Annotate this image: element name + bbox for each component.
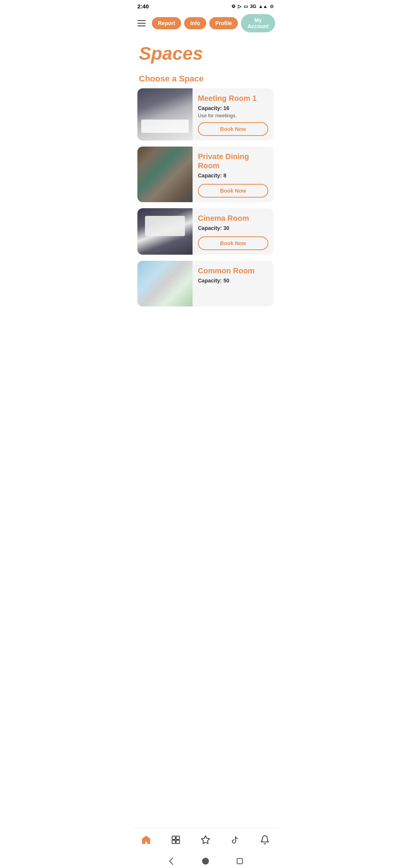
bottom-nav-home[interactable]	[136, 833, 156, 847]
book-now-button-1[interactable]: Book Now	[198, 122, 268, 136]
section-heading: Choose a Space	[131, 68, 280, 88]
status-bar: 2:40 ⚙ ▷ ▭ 3G ▲▲ ⊙	[131, 0, 280, 11]
space-capacity-2: Capacity: 8	[198, 172, 268, 179]
space-capacity-4: Capacity: 50	[198, 278, 268, 284]
space-image-private-dining-room	[137, 147, 193, 202]
spaces-list: Meeting Room 1 Capacity: 16 Use for meet…	[131, 88, 280, 828]
space-card-meeting-room-1: Meeting Room 1 Capacity: 16 Use for meet…	[137, 88, 274, 140]
bottom-nav-tiktok[interactable]	[225, 833, 245, 847]
space-card-content-4: Common Room Capacity: 50	[193, 261, 274, 306]
book-now-button-2[interactable]: Book Now	[198, 184, 268, 198]
bottom-nav-favorites[interactable]	[196, 833, 215, 847]
info-nav-button[interactable]: Info	[184, 17, 206, 29]
page-title: Spaces	[139, 43, 272, 64]
hamburger-line-1	[137, 20, 146, 21]
status-icons: ⚙ ▷ ▭ 3G ▲▲ ⊙	[231, 4, 274, 9]
svg-rect-3	[176, 840, 180, 844]
hamburger-line-2	[137, 23, 146, 24]
bell-icon	[260, 834, 270, 845]
space-card-common-room: Common Room Capacity: 50	[137, 261, 274, 306]
space-image-cinema-room	[137, 208, 193, 255]
space-image-common-room	[137, 261, 193, 306]
signal-icon: ▲▲	[258, 4, 268, 9]
report-nav-button[interactable]: Report	[152, 17, 181, 29]
bottom-nav-notifications[interactable]	[255, 833, 275, 847]
space-card-private-dining-room: Private Dining Room Capacity: 8 Book Now	[137, 147, 274, 202]
svg-rect-0	[172, 836, 175, 839]
status-time: 2:40	[137, 3, 149, 10]
space-image-meeting-room-1	[137, 88, 193, 140]
space-card-content-1: Meeting Room 1 Capacity: 16 Use for meet…	[193, 88, 274, 140]
space-card-content-3: Cinema Room Capacity: 30 Book Now	[193, 208, 274, 255]
svg-rect-1	[176, 836, 180, 839]
space-card-content-2: Private Dining Room Capacity: 8 Book Now	[193, 147, 274, 202]
svg-rect-2	[172, 840, 175, 844]
top-nav: Report Info Profile My Account	[131, 11, 280, 35]
page-title-section: Spaces	[131, 35, 280, 68]
bottom-nav-profile[interactable]	[166, 833, 186, 847]
play-icon: ▷	[238, 4, 241, 9]
space-card-cinema-room: Cinema Room Capacity: 30 Book Now	[137, 208, 274, 255]
space-description-4	[198, 285, 268, 298]
star-icon	[200, 834, 211, 845]
space-name-4: Common Room	[198, 266, 268, 275]
profile-icon	[170, 834, 181, 845]
space-name-1: Meeting Room 1	[198, 94, 268, 103]
hamburger-button[interactable]	[136, 19, 147, 28]
bottom-nav	[131, 828, 280, 853]
recents-button[interactable]	[234, 856, 245, 866]
tiktok-icon	[230, 834, 241, 845]
battery-icon: ▭	[244, 4, 248, 9]
system-nav	[131, 853, 280, 868]
hamburger-line-3	[137, 26, 146, 26]
settings-icon: ⚙	[231, 4, 236, 9]
space-name-2: Private Dining Room	[198, 152, 268, 170]
home-button[interactable]	[200, 856, 211, 866]
back-button[interactable]	[166, 856, 177, 866]
space-description-1: Use for meetings.	[198, 113, 268, 118]
network-label: 3G	[250, 4, 256, 9]
book-now-button-3[interactable]: Book Now	[198, 236, 268, 250]
svg-marker-4	[201, 836, 210, 844]
home-icon	[141, 834, 151, 845]
space-capacity-1: Capacity: 16	[198, 105, 268, 111]
space-name-3: Cinema Room	[198, 214, 268, 223]
profile-nav-button[interactable]: Profile	[209, 17, 238, 29]
wifi-icon: ⊙	[270, 4, 274, 9]
myaccount-nav-button[interactable]: My Account	[241, 14, 275, 32]
space-capacity-3: Capacity: 30	[198, 225, 268, 231]
